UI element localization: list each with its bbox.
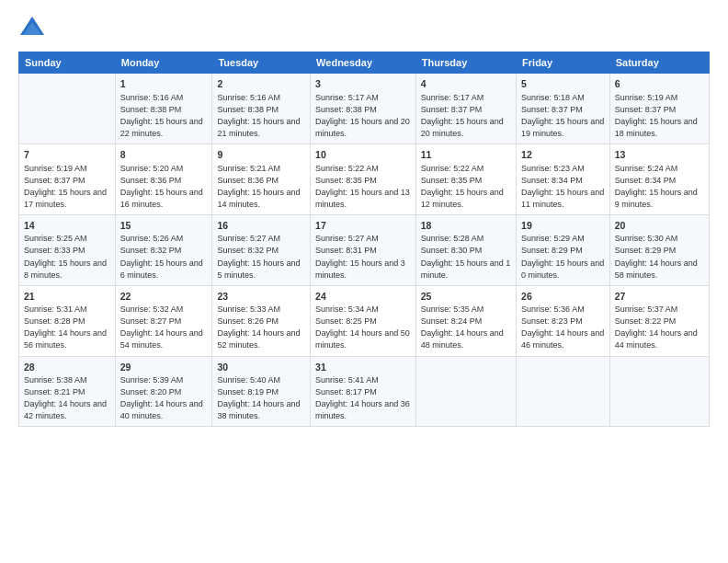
col-header-friday: Friday — [517, 52, 610, 74]
day-number: 11 — [421, 148, 511, 162]
day-cell: 25Sunrise: 5:35 AMSunset: 8:24 PMDayligh… — [415, 285, 516, 356]
col-header-thursday: Thursday — [415, 52, 516, 74]
day-info: Sunrise: 5:35 AMSunset: 8:24 PMDaylight:… — [421, 304, 511, 351]
day-number: 25 — [421, 290, 511, 304]
page: SundayMondayTuesdayWednesdayThursdayFrid… — [0, 0, 728, 563]
day-info: Sunrise: 5:38 AMSunset: 8:21 PMDaylight:… — [24, 374, 110, 422]
day-info: Sunrise: 5:27 AMSunset: 8:31 PMDaylight:… — [315, 233, 411, 281]
calendar-table: SundayMondayTuesdayWednesdayThursdayFrid… — [18, 52, 710, 427]
header — [18, 15, 710, 42]
day-number: 17 — [315, 219, 411, 233]
day-number: 29 — [120, 361, 208, 374]
day-cell: 15Sunrise: 5:26 AMSunset: 8:32 PMDayligh… — [115, 214, 212, 285]
day-cell: 4Sunrise: 5:17 AMSunset: 8:37 PMDaylight… — [415, 74, 516, 144]
col-header-sunday: Sunday — [19, 52, 116, 74]
day-info: Sunrise: 5:39 AMSunset: 8:20 PMDaylight:… — [120, 374, 208, 422]
day-cell: 11Sunrise: 5:22 AMSunset: 8:35 PMDayligh… — [415, 144, 516, 214]
day-number: 7 — [24, 148, 110, 162]
day-cell — [19, 74, 116, 144]
day-cell: 28Sunrise: 5:38 AMSunset: 8:21 PMDayligh… — [19, 356, 116, 427]
day-cell: 10Sunrise: 5:22 AMSunset: 8:35 PMDayligh… — [311, 144, 416, 214]
day-info: Sunrise: 5:41 AMSunset: 8:17 PMDaylight:… — [315, 374, 411, 422]
day-number: 24 — [315, 290, 411, 304]
day-cell: 3Sunrise: 5:17 AMSunset: 8:38 PMDaylight… — [311, 74, 416, 144]
day-info: Sunrise: 5:37 AMSunset: 8:22 PMDaylight:… — [615, 304, 704, 351]
week-row-3: 14Sunrise: 5:25 AMSunset: 8:33 PMDayligh… — [19, 214, 710, 285]
day-cell: 1Sunrise: 5:16 AMSunset: 8:38 PMDaylight… — [115, 74, 212, 144]
day-number: 27 — [615, 290, 704, 304]
day-info: Sunrise: 5:23 AMSunset: 8:34 PMDaylight:… — [521, 163, 605, 211]
logo-icon — [18, 15, 46, 42]
day-info: Sunrise: 5:31 AMSunset: 8:28 PMDaylight:… — [24, 304, 110, 351]
day-cell: 9Sunrise: 5:21 AMSunset: 8:36 PMDaylight… — [212, 144, 311, 214]
day-number: 8 — [120, 148, 208, 162]
day-info: Sunrise: 5:16 AMSunset: 8:38 PMDaylight:… — [120, 92, 208, 140]
day-info: Sunrise: 5:16 AMSunset: 8:38 PMDaylight:… — [217, 92, 305, 140]
day-info: Sunrise: 5:32 AMSunset: 8:27 PMDaylight:… — [120, 304, 208, 351]
day-info: Sunrise: 5:24 AMSunset: 8:34 PMDaylight:… — [615, 163, 704, 211]
day-cell: 20Sunrise: 5:30 AMSunset: 8:29 PMDayligh… — [609, 214, 709, 285]
day-number: 30 — [217, 361, 305, 374]
day-cell: 22Sunrise: 5:32 AMSunset: 8:27 PMDayligh… — [115, 285, 212, 356]
day-cell — [517, 356, 610, 427]
col-header-wednesday: Wednesday — [311, 52, 416, 74]
day-number: 9 — [217, 148, 305, 162]
day-info: Sunrise: 5:25 AMSunset: 8:33 PMDaylight:… — [24, 233, 110, 281]
day-cell: 12Sunrise: 5:23 AMSunset: 8:34 PMDayligh… — [517, 144, 610, 214]
day-cell: 21Sunrise: 5:31 AMSunset: 8:28 PMDayligh… — [19, 285, 116, 356]
day-number: 1 — [120, 77, 208, 91]
day-number: 3 — [315, 77, 411, 91]
day-info: Sunrise: 5:19 AMSunset: 8:37 PMDaylight:… — [615, 92, 704, 140]
day-number: 14 — [24, 219, 110, 233]
day-info: Sunrise: 5:36 AMSunset: 8:23 PMDaylight:… — [521, 304, 605, 351]
day-cell: 26Sunrise: 5:36 AMSunset: 8:23 PMDayligh… — [517, 285, 610, 356]
day-info: Sunrise: 5:34 AMSunset: 8:25 PMDaylight:… — [315, 304, 411, 351]
day-cell: 31Sunrise: 5:41 AMSunset: 8:17 PMDayligh… — [311, 356, 416, 427]
day-cell: 17Sunrise: 5:27 AMSunset: 8:31 PMDayligh… — [311, 214, 416, 285]
day-cell: 13Sunrise: 5:24 AMSunset: 8:34 PMDayligh… — [609, 144, 709, 214]
week-row-1: 1Sunrise: 5:16 AMSunset: 8:38 PMDaylight… — [19, 74, 710, 144]
day-info: Sunrise: 5:26 AMSunset: 8:32 PMDaylight:… — [120, 233, 208, 281]
day-info: Sunrise: 5:22 AMSunset: 8:35 PMDaylight:… — [315, 163, 411, 211]
day-number: 16 — [217, 219, 305, 233]
col-header-tuesday: Tuesday — [212, 52, 311, 74]
day-number: 15 — [120, 219, 208, 233]
day-number: 20 — [615, 219, 704, 233]
day-cell: 29Sunrise: 5:39 AMSunset: 8:20 PMDayligh… — [115, 356, 212, 427]
day-number: 23 — [217, 290, 305, 304]
day-cell — [609, 356, 709, 427]
day-cell: 24Sunrise: 5:34 AMSunset: 8:25 PMDayligh… — [311, 285, 416, 356]
day-number: 19 — [521, 219, 605, 233]
day-number: 31 — [315, 361, 411, 374]
header-row: SundayMondayTuesdayWednesdayThursdayFrid… — [19, 52, 710, 74]
day-info: Sunrise: 5:40 AMSunset: 8:19 PMDaylight:… — [217, 374, 305, 422]
day-number: 4 — [421, 77, 511, 91]
day-cell: 5Sunrise: 5:18 AMSunset: 8:37 PMDaylight… — [517, 74, 610, 144]
day-cell: 16Sunrise: 5:27 AMSunset: 8:32 PMDayligh… — [212, 214, 311, 285]
day-cell: 6Sunrise: 5:19 AMSunset: 8:37 PMDaylight… — [609, 74, 709, 144]
day-number: 5 — [521, 77, 605, 91]
logo — [18, 15, 50, 42]
day-cell: 27Sunrise: 5:37 AMSunset: 8:22 PMDayligh… — [609, 285, 709, 356]
day-info: Sunrise: 5:30 AMSunset: 8:29 PMDaylight:… — [615, 233, 704, 281]
day-cell: 18Sunrise: 5:28 AMSunset: 8:30 PMDayligh… — [415, 214, 516, 285]
day-info: Sunrise: 5:27 AMSunset: 8:32 PMDaylight:… — [217, 233, 305, 281]
day-info: Sunrise: 5:19 AMSunset: 8:37 PMDaylight:… — [24, 163, 110, 211]
day-cell: 30Sunrise: 5:40 AMSunset: 8:19 PMDayligh… — [212, 356, 311, 427]
day-cell: 7Sunrise: 5:19 AMSunset: 8:37 PMDaylight… — [19, 144, 116, 214]
week-row-5: 28Sunrise: 5:38 AMSunset: 8:21 PMDayligh… — [19, 356, 710, 427]
day-number: 18 — [421, 219, 511, 233]
day-info: Sunrise: 5:33 AMSunset: 8:26 PMDaylight:… — [217, 304, 305, 351]
day-number: 13 — [615, 148, 704, 162]
day-number: 22 — [120, 290, 208, 304]
week-row-2: 7Sunrise: 5:19 AMSunset: 8:37 PMDaylight… — [19, 144, 710, 214]
week-row-4: 21Sunrise: 5:31 AMSunset: 8:28 PMDayligh… — [19, 285, 710, 356]
day-info: Sunrise: 5:22 AMSunset: 8:35 PMDaylight:… — [421, 163, 511, 211]
day-number: 21 — [24, 290, 110, 304]
day-number: 2 — [217, 77, 305, 91]
day-info: Sunrise: 5:20 AMSunset: 8:36 PMDaylight:… — [120, 163, 208, 211]
day-info: Sunrise: 5:21 AMSunset: 8:36 PMDaylight:… — [217, 163, 305, 211]
col-header-monday: Monday — [115, 52, 212, 74]
day-cell — [415, 356, 516, 427]
day-cell: 2Sunrise: 5:16 AMSunset: 8:38 PMDaylight… — [212, 74, 311, 144]
